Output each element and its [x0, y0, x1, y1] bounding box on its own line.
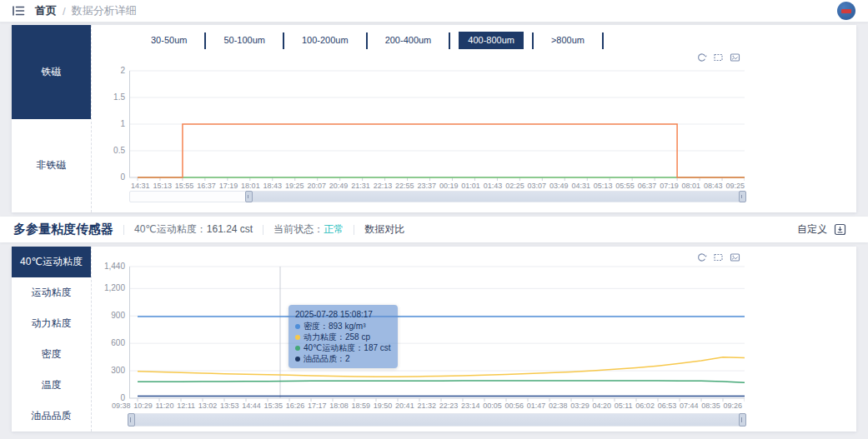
chart-tooltip: 2025-07-28 15:08:17 密度：893 kg/m³动力粘度：258… — [288, 305, 398, 368]
chart2-zoom-slider[interactable] — [129, 413, 745, 427]
size-tab[interactable]: 50-100um — [214, 32, 274, 49]
x-tick-label: 20:49 — [329, 182, 349, 190]
x-tick-label: 19:25 — [285, 182, 304, 190]
x-tick-label: 03:29 — [570, 402, 590, 410]
size-tab-separator — [449, 32, 450, 49]
tooltip-row-text: 密度：893 kg/m³ — [304, 321, 365, 332]
particle-type-tab[interactable]: 铁磁 — [12, 25, 91, 119]
size-tab-separator — [532, 32, 534, 49]
viscosity-value: 161.24 cst — [207, 223, 253, 235]
size-tab-separator — [602, 32, 604, 49]
customize-button[interactable]: 自定义 — [797, 222, 827, 237]
y-tick-label: 0 — [120, 172, 125, 182]
x-tick-label: 12:11 — [177, 402, 195, 410]
x-tick-label: 09:38 — [112, 402, 131, 410]
x-tick-label: 15:55 — [175, 182, 194, 190]
chart2-canvas[interactable] — [129, 263, 745, 402]
menu-fold-icon[interactable] — [12, 5, 25, 17]
x-tick-label: 20:41 — [395, 402, 414, 410]
y-tick-label: 300 — [111, 366, 125, 376]
save-image-icon[interactable] — [730, 52, 740, 62]
x-tick-label: 00:05 — [483, 402, 502, 410]
size-tab[interactable]: 30-50um — [142, 32, 196, 49]
zoom-handle-right[interactable] — [739, 413, 746, 427]
zoom-handle-left[interactable] — [245, 191, 253, 202]
breadcrumb-home[interactable]: 首页 — [35, 3, 57, 18]
x-tick-label: 11:20 — [156, 402, 174, 410]
y-tick-label: 1,440 — [104, 262, 125, 272]
sensor-metric-tab[interactable]: 运动粘度 — [12, 277, 91, 308]
x-tick-label: 08:43 — [704, 182, 723, 190]
size-tab[interactable]: >800um — [542, 32, 594, 49]
zoom-handle-right[interactable] — [739, 191, 746, 202]
restore-icon[interactable] — [696, 252, 707, 262]
app-root: 首页 / 数据分析详细 铁磁非铁磁 30-50um50-100um100-200… — [0, 0, 868, 439]
particle-panel: 铁磁非铁磁 30-50um50-100um100-200um200-400um4… — [12, 25, 856, 212]
sensor-metric-tab[interactable]: 油品品质 — [12, 401, 91, 432]
x-tick-label: 20:07 — [307, 182, 326, 190]
user-avatar[interactable] — [837, 2, 855, 20]
size-tab[interactable]: 400-800um — [459, 32, 524, 49]
save-image-icon[interactable] — [730, 252, 740, 262]
section-header: 多参量粘度传感器 40℃运动粘度：161.24 cst 当前状态：正常 数据对比… — [0, 217, 868, 242]
restore-icon[interactable] — [696, 52, 707, 62]
zoom-window[interactable] — [248, 192, 744, 202]
export-box-icon[interactable] — [834, 223, 846, 236]
size-tab[interactable]: 200-400um — [376, 32, 441, 49]
x-tick-label: 13:02 — [198, 402, 218, 410]
chart1-canvas[interactable] — [129, 67, 745, 182]
box-select-icon[interactable] — [713, 52, 724, 62]
avatar-logo — [841, 9, 851, 13]
tooltip-timestamp: 2025-07-28 15:08:17 — [295, 309, 391, 320]
x-tick-label: 15:13 — [153, 182, 172, 190]
y-tick-label: 1,200 — [104, 283, 125, 293]
size-tab-separator — [366, 32, 368, 49]
x-tick-label: 00:19 — [439, 182, 459, 190]
x-tick-label: 03:49 — [549, 182, 569, 190]
x-tick-label: 02:25 — [505, 182, 524, 190]
particle-size-tabs: 30-50um50-100um100-200um200-400um400-800… — [142, 32, 612, 49]
x-tick-label: 08:35 — [701, 402, 720, 410]
x-tick-label: 00:56 — [504, 402, 524, 410]
chart1-zoom-slider[interactable] — [129, 191, 745, 202]
size-tab-separator — [283, 32, 284, 49]
section-title: 多参量粘度传感器 — [13, 222, 113, 237]
x-tick-label: 07:44 — [680, 402, 699, 410]
chart1-x-axis: 14:3115:1315:5516:3717:1918:0118:4319:25… — [131, 182, 745, 190]
x-tick-label: 16:37 — [197, 182, 216, 190]
x-tick-label: 07:19 — [660, 182, 679, 190]
y-tick-label: 900 — [111, 311, 125, 321]
viscosity-panel: 40℃运动粘度运动粘度动力粘度密度温度油品品质 03006009001,2001… — [12, 247, 856, 432]
particle-type-tab[interactable]: 非铁磁 — [12, 119, 91, 213]
sensor-metric-tab[interactable]: 密度 — [12, 339, 91, 370]
x-tick-label: 01:01 — [461, 182, 480, 190]
x-tick-label: 05:11 — [615, 402, 633, 410]
box-select-icon[interactable] — [713, 252, 724, 262]
sensor-metric-tab[interactable]: 动力粘度 — [12, 308, 91, 339]
tooltip-row-text: 油品品质：2 — [304, 353, 350, 364]
viscosity-metric: 40℃运动粘度：161.24 cst — [134, 222, 253, 237]
sensor-metric-tab[interactable]: 温度 — [12, 370, 91, 401]
zoom-handle-left[interactable] — [128, 413, 135, 427]
y-tick-label: 2 — [120, 66, 125, 76]
status-indicator: 当前状态：正常 — [273, 222, 344, 237]
x-tick-label: 23:14 — [461, 402, 480, 410]
x-tick-label: 17:17 — [308, 402, 327, 410]
tooltip-row: 密度：893 kg/m³ — [295, 321, 391, 332]
zoom-window[interactable] — [130, 414, 744, 426]
y-tick-label: 600 — [111, 338, 125, 348]
series-dot-icon — [295, 346, 300, 351]
topbar: 首页 / 数据分析详细 — [0, 0, 868, 22]
header-divider — [263, 225, 263, 235]
x-tick-label: 09:25 — [725, 182, 745, 190]
sensor-metric-tab[interactable]: 40℃运动粘度 — [12, 247, 91, 277]
x-tick-label: 18:59 — [352, 402, 371, 410]
x-tick-label: 18:43 — [263, 182, 283, 190]
breadcrumb-separator: / — [63, 5, 66, 17]
x-tick-label: 02:38 — [549, 402, 568, 410]
series-dot-icon — [295, 324, 300, 329]
data-compare-link[interactable]: 数据对比 — [364, 222, 404, 237]
size-tab[interactable]: 100-200um — [293, 32, 358, 49]
x-tick-label: 15:35 — [264, 402, 283, 410]
x-tick-label: 06:53 — [658, 402, 677, 410]
